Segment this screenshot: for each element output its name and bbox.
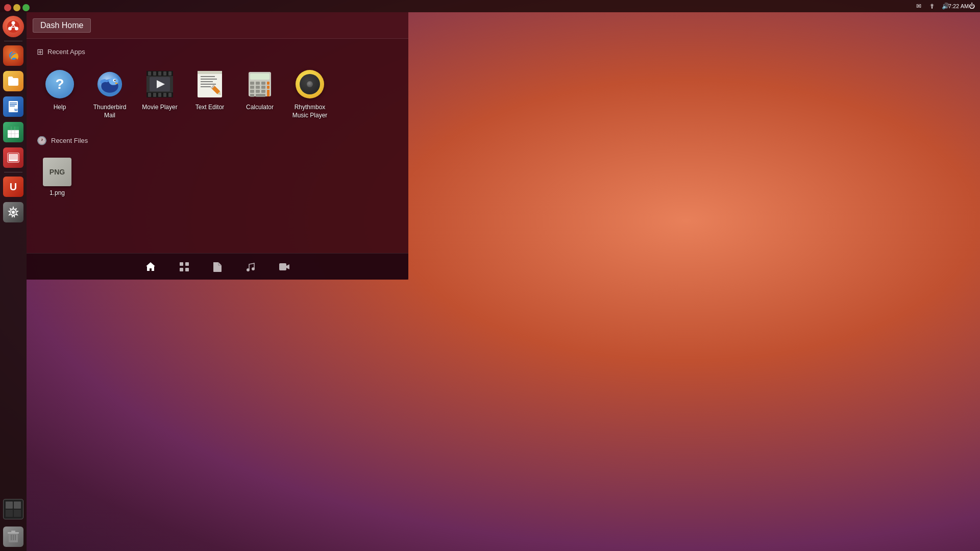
app-item-thunderbird[interactable]: Thunderbird Mail	[87, 65, 133, 123]
launcher-item-calc[interactable]	[1, 120, 26, 144]
svg-point-32	[114, 80, 116, 81]
svg-rect-19	[9, 155, 17, 160]
time-display: 7:22 AM	[954, 2, 963, 10]
svg-rect-38	[158, 71, 161, 76]
power-icon[interactable]: ⏻	[968, 2, 976, 10]
svg-rect-54	[201, 86, 211, 87]
svg-rect-60	[250, 82, 254, 85]
launcher-separator-1	[4, 41, 22, 41]
dash-bottom-bar	[27, 253, 408, 280]
recent-files-section-title: 🕐 Recent Files	[37, 136, 398, 145]
svg-rect-67	[267, 86, 270, 89]
text-editor-icon	[194, 69, 225, 99]
launcher-item-firefox[interactable]	[1, 43, 26, 68]
launcher-item-ubuntu-software[interactable]: U	[1, 174, 26, 199]
app-item-help[interactable]: ? Help	[37, 65, 83, 123]
minimize-button[interactable]	[13, 4, 20, 11]
launcher-item-system-settings[interactable]	[1, 200, 26, 224]
svg-rect-70	[261, 90, 265, 93]
filter-home[interactable]	[142, 258, 159, 276]
svg-rect-44	[163, 93, 166, 97]
svg-point-2	[12, 21, 15, 25]
movie-player-icon	[144, 69, 175, 99]
filter-video[interactable]	[276, 258, 293, 276]
filter-music[interactable]	[242, 258, 259, 276]
svg-rect-77	[185, 268, 189, 271]
close-button[interactable]	[4, 4, 11, 11]
svg-rect-22	[8, 532, 19, 534]
apps-grid: ? Help	[37, 65, 398, 123]
svg-rect-80	[279, 263, 286, 270]
launcher-item-impress[interactable]	[1, 145, 26, 170]
dash-home-label[interactable]: Dash Home	[33, 18, 91, 33]
calculator-label: Calculator	[246, 104, 274, 112]
svg-rect-45	[168, 93, 172, 97]
svg-rect-50	[201, 76, 215, 77]
thunderbird-icon	[94, 69, 125, 99]
launcher-item-ubuntu[interactable]	[1, 14, 26, 39]
svg-rect-53	[201, 84, 216, 85]
files-grid: PNG 1.png	[37, 154, 398, 201]
app-item-calculator[interactable]: Calculator	[237, 65, 283, 123]
svg-point-78	[247, 268, 250, 271]
app-item-rhythmbox[interactable]: Rhythmbox Music Player	[287, 65, 333, 123]
svg-rect-65	[256, 86, 260, 89]
svg-rect-52	[201, 81, 213, 82]
launcher-item-workspaces[interactable]	[1, 497, 26, 521]
svg-rect-42	[153, 93, 156, 97]
text-editor-label: Text Editor	[195, 104, 225, 112]
launcher-item-files[interactable]	[1, 69, 26, 93]
svg-point-0	[932, 8, 933, 9]
calculator-icon	[244, 69, 275, 99]
filter-files[interactable]	[209, 258, 226, 276]
svg-rect-61	[256, 82, 260, 85]
recent-apps-icon: ⊞	[37, 47, 43, 57]
network-icon[interactable]	[928, 2, 936, 10]
dash-overlay: Dash Home ⊞ Recent Apps ? Help	[27, 12, 408, 280]
movie-player-label: Movie Player	[142, 104, 177, 112]
svg-rect-51	[201, 79, 217, 80]
svg-rect-63	[267, 82, 270, 85]
svg-rect-43	[158, 93, 161, 97]
svg-rect-23	[11, 531, 15, 532]
top-panel-right: ✉ 🔊 7:22 AM ⏻	[915, 2, 976, 10]
svg-rect-7	[10, 103, 17, 104]
file-type-badge: PNG	[50, 168, 65, 176]
svg-rect-75	[185, 262, 189, 266]
rhythmbox-label: Rhythmbox Music Player	[289, 104, 331, 119]
recent-files-label: Recent Files	[51, 137, 88, 144]
svg-rect-68	[250, 90, 254, 93]
window-controls	[0, 0, 34, 15]
launcher-item-trash[interactable]	[1, 524, 26, 549]
recent-apps-label: Recent Apps	[47, 48, 85, 56]
mail-icon[interactable]: ✉	[915, 2, 923, 10]
file-item-1png[interactable]: PNG 1.png	[37, 154, 78, 201]
app-item-text-editor[interactable]: Text Editor	[187, 65, 233, 123]
svg-rect-49	[198, 71, 222, 74]
svg-rect-36	[148, 71, 151, 76]
launcher-item-writer[interactable]: W	[1, 94, 26, 119]
help-label: Help	[54, 104, 66, 112]
dash-content: ⊞ Recent Apps ? Help	[27, 39, 408, 253]
svg-rect-59	[250, 73, 270, 80]
app-item-movie-player[interactable]: Movie Player	[137, 65, 183, 123]
recent-apps-section-title: ⊞ Recent Apps	[37, 47, 398, 57]
maximize-button[interactable]	[22, 4, 30, 11]
svg-text:W: W	[14, 108, 18, 112]
launcher: W U	[0, 12, 27, 551]
svg-rect-39	[163, 71, 166, 76]
svg-rect-41	[148, 93, 151, 97]
help-icon: ?	[44, 69, 75, 99]
svg-rect-66	[261, 86, 265, 89]
recent-files-icon: 🕐	[37, 136, 47, 145]
svg-rect-9	[10, 106, 15, 107]
filter-apps[interactable]	[176, 258, 193, 276]
svg-rect-72	[250, 94, 254, 97]
svg-rect-73	[256, 94, 265, 97]
svg-marker-81	[286, 264, 289, 269]
file-label-1png: 1.png	[50, 189, 65, 196]
svg-point-79	[252, 267, 255, 270]
svg-point-20	[12, 211, 15, 214]
dash-search-bar: Dash Home	[27, 12, 408, 39]
svg-rect-37	[153, 71, 156, 76]
